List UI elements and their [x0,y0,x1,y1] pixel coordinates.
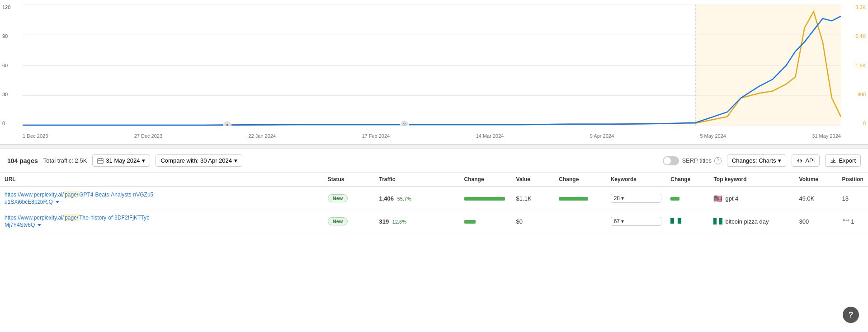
svg-rect-15 [670,218,674,224]
date-picker-button[interactable]: 31 May 2024 ▾ [92,154,150,167]
export-label: Export [839,157,856,164]
top-keyword-text-2: bitcoin pizza day [725,218,769,225]
position-value-2: 1 [851,218,854,225]
change-bar-cell-2 [460,210,512,233]
header-change: Change [460,173,512,187]
url-link-1[interactable]: https://www.perplexity.ai/page/GPT4-Beat… [5,192,153,198]
keywords-dropdown-1[interactable]: 28 ▾ [611,194,662,203]
header-status: Status [323,173,375,187]
url-link-2[interactable]: https://www.perplexity.ai/page/The-histo… [5,215,150,221]
svg-rect-18 [713,218,717,224]
y-right-3200: 3.2K [855,5,866,10]
traffic-change-pct-1: 55.7% [397,196,411,201]
kw-bar-1 [670,197,679,201]
header-url: URL [0,173,323,187]
x-label-1: 27 Dec 2023 [134,133,162,139]
date-chevron: ▾ [142,157,145,164]
serp-help-icon[interactable]: ? [714,157,722,164]
svg-rect-17 [678,218,681,224]
table-row: https://www.perplexity.ai/page/GPT4-Beat… [0,187,868,210]
compare-chevron: ▾ [234,157,237,164]
changes-button[interactable]: Changes: Charts ▾ [727,154,787,167]
url-link-2b[interactable]: Mj7Y4Stv6Q [5,222,35,228]
status-cell-1: New [323,187,375,210]
y-label-0: 0 [2,121,10,126]
status-badge-1: New [328,194,348,202]
change-bar-2 [464,220,476,224]
position-cell-1: 13 [838,187,868,210]
header-traffic: Traffic [375,173,460,187]
top-keyword-cell-2: bitcoin pizza day [709,210,794,233]
nigeria-flag-2 [713,218,722,224]
kw-change-cell-2 [666,210,709,233]
volume-value-1: 49.0K [799,195,815,202]
svg-text:2: 2 [403,122,406,126]
traffic-value-1: 1,406 [379,195,394,202]
table-head: URL Status Traffic Change Value Change K… [0,173,868,187]
position-value-1: 13 [842,195,849,202]
x-label-4: 14 Mar 2024 [476,133,504,139]
keywords-chevron-1: ▾ [621,195,624,201]
volume-value-2: 300 [799,218,809,225]
x-label-0: 1 Dec 2023 [23,133,48,139]
value-1: $1.1K [516,195,532,202]
url-rest-1: GPT4-Beats-Analysts-nVGZu5 [79,192,153,198]
y-right-800: 800 [855,92,866,97]
y-label-30: 30 [2,92,10,97]
x-label-5: 9 Apr 2024 [590,133,614,139]
url-line-2b: Mj7Y4Stv6Q [5,222,319,228]
traffic-value-2: 319 [379,218,389,225]
position-cell-2: ❝❝ 1 [838,210,868,233]
url-highlight-2: page/ [64,214,79,221]
compare-button[interactable]: Compare with: 30 Apr 2024 ▾ [156,154,242,167]
value-cell-1: $1.1K [512,187,555,210]
url-line-2: https://www.perplexity.ai/page/The-histo… [5,215,319,221]
api-button[interactable]: API [792,154,820,167]
traffic-cell-1: 1,406 55.7% [375,187,460,210]
url-rest-1b: u1SXi6bcE8pzbR.Q [5,199,53,205]
value-2: $0 [516,218,523,225]
serp-titles-toggle[interactable] [663,156,679,165]
url-base-1: https://www.perplexity.ai/ [5,192,64,198]
serp-titles-label: SERP titles [682,157,712,164]
value-change-cell-2 [554,210,606,233]
x-label-3: 17 Feb 2024 [362,133,390,139]
svg-rect-11 [98,159,103,164]
serp-titles-container: SERP titles ? [663,156,722,165]
value-bar-1 [559,197,588,201]
svg-text:a: a [226,123,229,126]
kw-change-cell-1 [666,187,709,210]
header-position: Position [838,173,868,187]
y-right-2400: 2.4K [855,33,866,39]
top-keyword-cell-1: 🇺🇸 gpt 4 [709,187,794,210]
svg-rect-19 [717,218,719,224]
top-keyword-inner-2: bitcoin pizza day [713,218,790,225]
y-right-1600: 1.6K [855,63,866,68]
y-right-0: 0 [855,121,866,126]
y-axis-left: 0 30 60 90 120 [2,5,10,126]
x-axis: 1 Dec 2023 27 Dec 2023 22 Jan 2024 17 Fe… [23,133,841,139]
y-axis-right: 0 800 1.6K 2.4K 3.2K [855,5,866,126]
header-keywords: Keywords [606,173,666,187]
keywords-dropdown-2[interactable]: 67 ▾ [611,217,662,226]
traffic-change-pct-2: 12.6% [392,219,406,224]
status-badge-2: New [328,217,348,225]
y-label-60: 60 [2,63,10,68]
compare-label: Compare with: 30 Apr 2024 [160,157,232,164]
volume-cell-1: 49.0K [795,187,838,210]
chart-svg: a 2 [23,5,841,126]
table-section: 104 pages Total traffic: 2.5K 31 May 202… [0,149,868,233]
url-cell-2: https://www.perplexity.ai/page/The-histo… [0,210,323,233]
header-top-keyword: Top keyword [709,173,794,187]
url-expand-2[interactable] [38,224,41,226]
url-rest-2: The-history-of-9DF2fFjKTTyb [79,215,149,221]
url-link-1b[interactable]: u1SXi6bcE8pzbR.Q [5,199,53,205]
keywords-cell-1: 28 ▾ [606,187,666,210]
svg-rect-16 [674,218,678,224]
status-cell-2: New [323,210,375,233]
url-expand-1[interactable] [56,201,59,203]
export-button[interactable]: Export [825,154,861,167]
header-volume: Volume [795,173,838,187]
traffic-cell-2: 319 12.6% [375,210,460,233]
value-change-cell-1 [554,187,606,210]
